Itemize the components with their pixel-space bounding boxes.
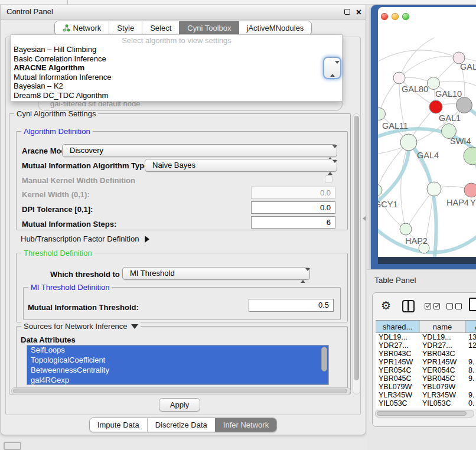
- close-icon[interactable]: ×: [356, 5, 361, 19]
- table-row[interactable]: YBR043CYBR043C: [376, 350, 476, 358]
- network-node-label-gal: GAL: [460, 62, 476, 71]
- dropdown-item-aracne-algorithm[interactable]: ARACNE Algorithm: [11, 63, 342, 73]
- control-panel-title: Control Panel: [6, 7, 53, 16]
- table-row[interactable]: YBL079WYBL079W: [376, 383, 476, 391]
- apply-button[interactable]: Apply: [159, 398, 200, 412]
- deselect-all-icon[interactable]: [446, 303, 453, 309]
- network-canvas[interactable]: GALGAL80GAL10GAL1GAL11SWI4GAL4GCY1HAP4YH…: [378, 7, 476, 257]
- settings-horizontal-scrollbar[interactable]: [11, 387, 351, 394]
- table-row[interactable]: YDL19...YDL19...13: [376, 333, 476, 341]
- algorithm-dropdown-popup: Select algorithm to view settings Bayesi…: [11, 34, 343, 102]
- network-node-hap2[interactable]: [400, 223, 412, 235]
- table-cell: YDL19...: [419, 333, 465, 341]
- column-header-shared[interactable]: shared...: [376, 321, 419, 332]
- attribute-item-topologicalcoefficient[interactable]: TopologicalCoefficient: [27, 356, 328, 366]
- kernel-width-field[interactable]: 0.0: [251, 187, 335, 199]
- network-node-y[interactable]: [464, 183, 476, 197]
- columns-icon[interactable]: [402, 300, 415, 312]
- mi-threshold-label: Mutual Information Threshold:: [28, 303, 139, 312]
- mi-steps-label: Mutual Information Steps:: [22, 220, 116, 229]
- which-threshold-value: MI Threshold: [130, 269, 175, 278]
- table-cell: [465, 350, 476, 358]
- tab-network[interactable]: Network: [55, 21, 109, 35]
- network-node-hap4[interactable]: [427, 182, 441, 196]
- dropdown-item-bayesian-k2[interactable]: Bayesian – K2: [11, 81, 342, 91]
- mi-type-select[interactable]: Naive Bayes: [145, 159, 337, 172]
- table-cell: 8.: [465, 366, 476, 374]
- float-window-icon[interactable]: [344, 9, 350, 15]
- dropdown-item-bayesian-hill-climbing[interactable]: Bayesian – Hill Climbing: [11, 45, 342, 54]
- tab-jactivemnodules[interactable]: jActiveMNodules: [239, 21, 312, 35]
- column-header-a[interactable]: A: [465, 321, 476, 332]
- attribute-list-scrollbar[interactable]: [321, 347, 327, 371]
- settings-scrollbar[interactable]: [353, 113, 360, 394]
- tab-impute-data[interactable]: Impute Data: [90, 418, 147, 432]
- which-threshold-select[interactable]: MI Threshold: [122, 267, 310, 280]
- network-node-unlabeled[interactable]: [464, 147, 476, 165]
- tab-cyni-toolbox[interactable]: Cyni Toolbox: [179, 21, 239, 35]
- table-cell: 9.: [465, 391, 476, 399]
- tab-label: jActiveMNodules: [247, 24, 304, 32]
- select-all-icon[interactable]: [425, 303, 431, 309]
- network-node-unlabeled[interactable]: [457, 97, 472, 113]
- table-row[interactable]: YDR27...YDR27...12: [376, 341, 476, 350]
- table-cell: YER054C: [419, 366, 465, 374]
- table-row[interactable]: YIL053CYIL053C0.: [376, 399, 476, 407]
- network-node-gal80[interactable]: [393, 72, 405, 84]
- attribute-item-gal4rgexp[interactable]: gal4RGexp: [27, 376, 328, 385]
- table-row[interactable]: YER054CYER054C8.: [376, 366, 476, 374]
- table-cell: YPR145W: [419, 358, 465, 366]
- mi-threshold-field[interactable]: 0.5: [249, 299, 334, 312]
- aracne-mode-select[interactable]: Discovery: [62, 144, 337, 157]
- sources-group-title[interactable]: Sources for Network Inference: [21, 322, 141, 331]
- table-horizontal-scrollbar[interactable]: [375, 410, 474, 418]
- table-row[interactable]: YLR345WYLR345W9.: [376, 391, 476, 399]
- dropdown-item-dream8-dc-tdc-algorithm[interactable]: Dream8 DC_TDC Algorithm: [11, 91, 342, 100]
- network-node-label-gal11: GAL11: [382, 121, 408, 131]
- table-cell: 0.: [465, 399, 476, 407]
- panel-divider-handle[interactable]: [363, 216, 366, 221]
- tab-infer-network[interactable]: Infer Network: [215, 418, 276, 432]
- hub-definition-toggle[interactable]: Hub/Transcription Factor Definition: [21, 234, 149, 243]
- table-window: ⚙ shared...nameA YDL19...YDL19...13YDR27…: [372, 292, 476, 427]
- column-header-name[interactable]: name: [419, 321, 465, 332]
- select-all-icon-2[interactable]: [433, 303, 440, 309]
- focused-combo-end[interactable]: [323, 57, 341, 79]
- table-cell: YDR27...: [376, 341, 419, 350]
- dpi-tolerance-field[interactable]: 0.0: [251, 201, 335, 214]
- window-top-strip: [0, 0, 476, 5]
- spinner-arrows-icon: [301, 270, 305, 282]
- network-node-label-gal80: GAL80: [402, 84, 428, 94]
- tab-label: Select: [150, 24, 171, 32]
- network-graph[interactable]: GALGAL80GAL10GAL1GAL11SWI4GAL4GCY1HAP4YH…: [378, 7, 476, 257]
- table-cell: YBR045C: [376, 374, 419, 383]
- table-cell: YDL19...: [376, 333, 419, 341]
- sources-title-text: Sources for Network Inference: [24, 322, 128, 331]
- network-node-gal1[interactable]: [429, 100, 442, 113]
- dropdown-item-mutual-information-inference[interactable]: Mutual Information Inference: [11, 73, 342, 82]
- data-attributes-list[interactable]: SelfLoopsTopologicalCoefficientBetweenne…: [27, 345, 329, 385]
- table-cell: YLR345W: [419, 391, 465, 399]
- manual-kernel-checkbox[interactable]: [325, 175, 332, 183]
- tab-style[interactable]: Style: [109, 21, 142, 35]
- import-table-icon[interactable]: [469, 298, 476, 311]
- deselect-all-icon-2[interactable]: [455, 303, 462, 309]
- mi-threshold-group-title: MI Threshold Definition: [28, 283, 112, 292]
- tab-discretize-data[interactable]: Discretize Data: [147, 418, 215, 432]
- gear-icon[interactable]: ⚙: [381, 299, 391, 312]
- tab-select[interactable]: Select: [142, 21, 179, 35]
- table-row[interactable]: YPR145WYPR145W9.: [376, 358, 476, 366]
- hub-definition-label: Hub/Transcription Factor Definition: [21, 234, 139, 243]
- network-node-gal10[interactable]: [428, 77, 440, 90]
- network-edge: [399, 38, 434, 78]
- mi-steps-field[interactable]: 6: [251, 216, 335, 229]
- floating-grip-button[interactable]: [4, 442, 21, 450]
- attribute-item-betweennesscentrality[interactable]: BetweennessCentrality: [27, 366, 328, 376]
- tab-label: Impute Data: [97, 420, 139, 429]
- table-row[interactable]: YBR045CYBR045C9.: [376, 374, 476, 383]
- table-cell: YBL079W: [419, 383, 465, 391]
- aracne-mode-value: Discovery: [70, 146, 103, 155]
- network-node-gal4[interactable]: [400, 134, 417, 151]
- attribute-item-selfloops[interactable]: SelfLoops: [27, 345, 328, 356]
- network-node-gcy1[interactable]: [378, 184, 382, 196]
